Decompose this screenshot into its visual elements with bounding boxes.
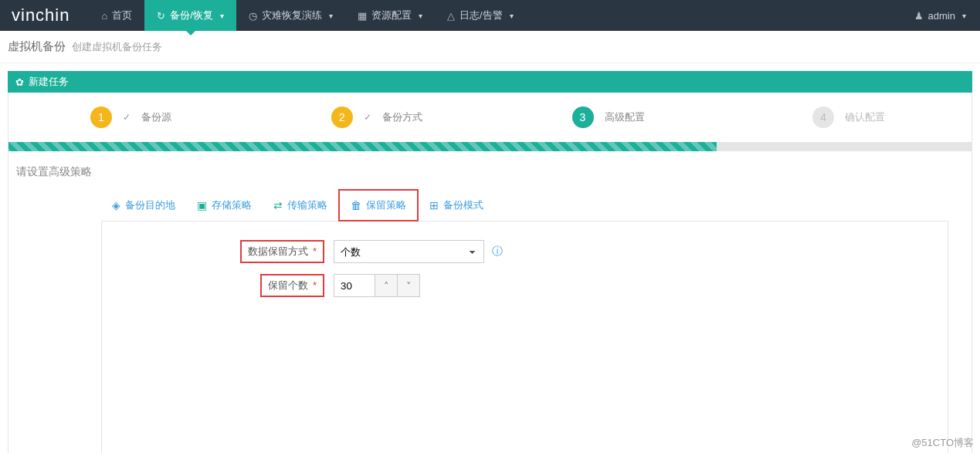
nav-backup[interactable]: ↻ 备份/恢复 ▾ <box>144 0 236 31</box>
tab-retain[interactable]: 🗑 保留策略 <box>338 189 419 221</box>
bell-icon: △ <box>447 10 455 22</box>
top-navbar: vinchin ⌂ 首页 ↻ 备份/恢复 ▾ ◷ 灾难恢复演练 ▾ ▦ 资源配置… <box>0 0 980 31</box>
check-icon: ✓ <box>123 112 131 123</box>
tab-destination[interactable]: ◈ 备份目的地 <box>101 191 186 220</box>
tab-label: 备份目的地 <box>125 198 175 212</box>
spin-down-button[interactable]: ˅ <box>397 274 420 297</box>
retain-count-input[interactable] <box>334 274 375 297</box>
step-label: 备份源 <box>141 110 171 124</box>
clock-icon: ◷ <box>249 10 257 22</box>
step-4: 4 确认配置 <box>731 106 972 128</box>
step-3: 3 高级配置 <box>490 106 731 128</box>
check-icon: ✓ <box>364 112 371 123</box>
home-icon: ⌂ <box>101 10 107 22</box>
retain-mode-label: 数据保留方式 <box>248 245 308 257</box>
step-label: 确认配置 <box>845 110 885 124</box>
section-title: 请设置高级策略 <box>16 165 964 179</box>
step-number: 1 <box>90 106 112 128</box>
breadcrumb: 虚拟机备份 创建虚拟机备份任务 <box>0 31 980 63</box>
retain-count-label: 保留个数 <box>268 279 308 291</box>
nav-resource[interactable]: ▦ 资源配置 ▾ <box>345 0 435 31</box>
step-2: 2 ✓ 备份方式 <box>249 106 490 128</box>
row-retain-count: 保留个数 * ˄ ˅ <box>102 274 948 297</box>
user-menu[interactable]: ♟ admin ▾ <box>900 10 980 22</box>
tab-label: 存储策略 <box>212 198 252 212</box>
tab-storage[interactable]: ▣ 存储策略 <box>186 191 263 220</box>
transfer-icon: ⇄ <box>273 199 283 211</box>
grid-icon: ▦ <box>358 10 367 22</box>
watermark: @51CTO博客 <box>911 436 974 450</box>
step-label: 备份方式 <box>382 110 422 124</box>
chevron-down-icon: ▾ <box>510 12 514 20</box>
refresh-icon: ↻ <box>157 10 165 22</box>
chevron-down-icon: ▾ <box>962 12 966 20</box>
panel-header: ✿ 新建任务 <box>8 71 972 93</box>
pin-icon: ◈ <box>112 199 120 211</box>
trash-icon: 🗑 <box>351 199 361 211</box>
chevron-down-icon: ▾ <box>329 12 333 20</box>
row-retain-mode: 数据保留方式 * 个数 ⓘ <box>102 240 948 263</box>
required-marker: * <box>313 245 317 257</box>
spin-up-button[interactable]: ˄ <box>375 274 398 297</box>
panel-title-text: 新建任务 <box>29 75 69 89</box>
nav-resource-label: 资源配置 <box>371 8 412 22</box>
info-icon[interactable]: ⓘ <box>492 245 503 259</box>
tab-label: 传输策略 <box>287 198 327 212</box>
breadcrumb-sub: 创建虚拟机备份任务 <box>72 40 162 54</box>
nav-home-label: 首页 <box>112 8 132 22</box>
progress-bar <box>8 142 972 151</box>
inner-tabs: ◈ 备份目的地 ▣ 存储策略 ⇄ 传输策略 🗑 保留策略 <box>101 190 948 221</box>
tab-mode[interactable]: ⊞ 备份模式 <box>419 191 494 220</box>
brand-logo: vinchin <box>0 5 89 25</box>
user-name: admin <box>928 10 955 22</box>
grid-icon: ⊞ <box>429 199 439 211</box>
retain-mode-select[interactable]: 个数 <box>334 240 484 263</box>
nav-dr[interactable]: ◷ 灾难恢复演练 ▾ <box>236 0 345 31</box>
step-number: 4 <box>812 106 834 128</box>
step-number: 3 <box>572 106 594 128</box>
nav-home[interactable]: ⌂ 首页 <box>89 0 144 31</box>
nav-backup-label: 备份/恢复 <box>170 8 213 22</box>
step-label: 高级配置 <box>605 110 645 124</box>
tab-label: 保留策略 <box>366 198 406 212</box>
chevron-up-icon: ˄ <box>384 280 389 292</box>
nav-log[interactable]: △ 日志/告警 ▾ <box>435 0 526 31</box>
user-icon: ♟ <box>914 10 924 22</box>
breadcrumb-main: 虚拟机备份 <box>8 39 66 54</box>
gear-icon: ✿ <box>15 76 24 88</box>
chevron-down-icon: ▾ <box>220 12 224 20</box>
chevron-down-icon: ˅ <box>406 280 412 292</box>
tab-label: 备份模式 <box>443 198 483 212</box>
nav-dr-label: 灾难恢复演练 <box>262 8 322 22</box>
step-number: 2 <box>331 106 353 128</box>
chevron-down-icon: ▾ <box>419 12 422 20</box>
required-marker: * <box>313 279 317 291</box>
wizard-stepper: 1 ✓ 备份源 2 ✓ 备份方式 3 高级配置 4 确认配置 <box>8 93 972 142</box>
nav-log-label: 日志/告警 <box>459 8 503 22</box>
tab-transfer[interactable]: ⇄ 传输策略 <box>263 191 338 220</box>
hdd-icon: ▣ <box>197 199 207 211</box>
step-1: 1 ✓ 备份源 <box>8 106 249 128</box>
